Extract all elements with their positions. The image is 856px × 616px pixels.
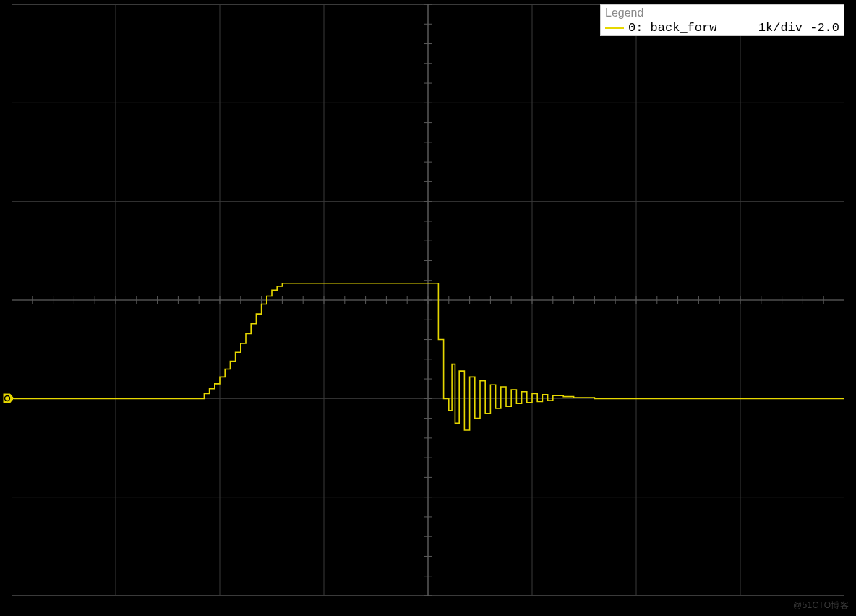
legend-item-label: 0: back_forw	[628, 21, 716, 35]
legend-item-scale: 1k/div -2.0	[758, 21, 839, 35]
legend-title: Legend	[601, 5, 844, 21]
oscilloscope-display: Legend 0: back_forw 1k/div -2.0	[12, 4, 844, 596]
legend-item-text: 0: back_forw 1k/div -2.0	[628, 21, 839, 35]
legend-item-0[interactable]: 0: back_forw 1k/div -2.0	[601, 21, 844, 36]
legend-panel[interactable]: Legend 0: back_forw 1k/div -2.0	[600, 4, 844, 36]
legend-swatch-icon	[605, 27, 624, 29]
scope-svg	[12, 4, 844, 596]
channel-marker-icon[interactable]	[3, 393, 14, 403]
watermark-text: @51CTO博客	[793, 599, 849, 612]
